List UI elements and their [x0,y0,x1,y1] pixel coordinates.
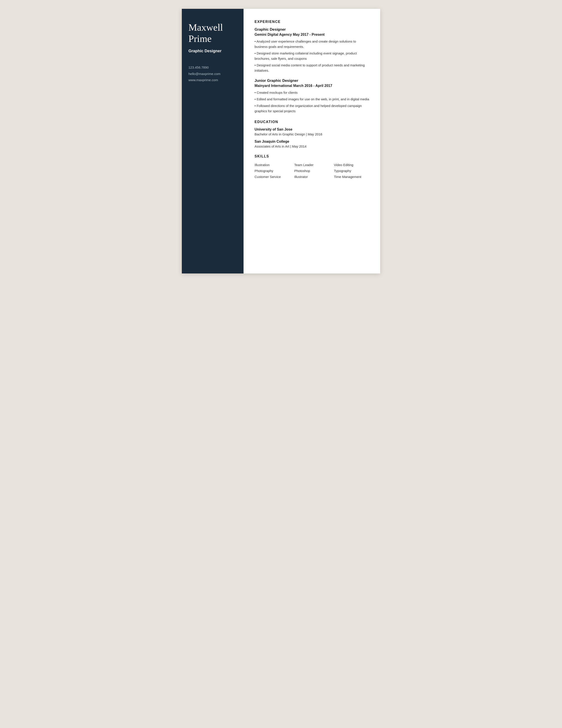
school-2-degree: Associates of Arts in Art | May 2014 [255,144,369,148]
job-2-bullets: Created mockups for clients Edited and f… [255,90,369,114]
school-2-name: San Joaquin College [255,140,369,144]
school-2: San Joaquin College Associates of Arts i… [255,140,369,148]
last-name: Prime [189,33,212,44]
job-1-bullets: Analyzed user experience challenges and … [255,39,369,73]
job-1-company-date: Gemini Digital Agency May 2017 - Present [255,33,369,37]
job-1-title: Graphic Designer [255,27,369,32]
job-2-bullet-3: Followed directions of the organization … [255,103,369,114]
resume-container: Maxwell Prime Graphic Designer 123.456.7… [182,9,380,273]
job-2-bullet-2: Edited and formatted images for use on t… [255,97,369,102]
school-1: University of San Jose Bachelor of Arts … [255,127,369,136]
skill-team-leader: Team Leader [294,162,329,168]
job-1-bullet-2: Designed store marketing collateral incl… [255,51,369,61]
main-content: EXPERIENCE Graphic Designer Gemini Digit… [244,9,380,273]
skill-illustration: Illustration [255,162,290,168]
skill-customer-service: Customer Service [255,174,290,180]
candidate-title: Graphic Designer [189,49,237,53]
skills-col-3: Video Editing Typography Time Management [334,162,369,180]
skills-section: SKILLS Illustration Photography Customer… [255,154,369,180]
job-1-bullet-1: Analyzed user experience challenges and … [255,39,369,49]
skills-col-2: Team Leader Photoshop Illustrator [294,162,329,180]
skills-col-1: Illustration Photography Customer Servic… [255,162,290,180]
experience-section: EXPERIENCE Graphic Designer Gemini Digit… [255,20,369,114]
education-section-title: EDUCATION [255,120,369,124]
job-2-bullet-1: Created mockups for clients [255,90,369,95]
phone-number: 123.456.7890 [189,64,237,71]
skills-section-title: SKILLS [255,154,369,158]
first-name: Maxwell [189,22,223,33]
skill-video-editing: Video Editing [334,162,369,168]
skill-photoshop: Photoshop [294,168,329,174]
education-section: EDUCATION University of San Jose Bachelo… [255,120,369,148]
skill-time-management: Time Management [334,174,369,180]
job-1-bullet-3: Designed social media content to support… [255,63,369,73]
email-address: hello@maxprime.com [189,71,237,77]
job-2: Junior Graphic Designer Mainyard Interna… [255,79,369,114]
experience-section-title: EXPERIENCE [255,20,369,24]
school-1-degree: Bachelor of Arts in Graphic Design | May… [255,132,369,136]
job-1: Graphic Designer Gemini Digital Agency M… [255,27,369,73]
skill-photography: Photography [255,168,290,174]
skills-grid: Illustration Photography Customer Servic… [255,162,369,180]
website-url: www.maxprime.com [189,77,237,83]
skill-illustrator: Illustrator [294,174,329,180]
skill-typography: Typography [334,168,369,174]
job-2-company-date: Mainyard International March 2016 - Apri… [255,84,369,88]
school-1-name: University of San Jose [255,127,369,131]
sidebar: Maxwell Prime Graphic Designer 123.456.7… [182,9,244,273]
candidate-name: Maxwell Prime [189,22,237,44]
job-2-title: Junior Graphic Designer [255,79,369,83]
contact-info: 123.456.7890 hello@maxprime.com www.maxp… [189,64,237,83]
